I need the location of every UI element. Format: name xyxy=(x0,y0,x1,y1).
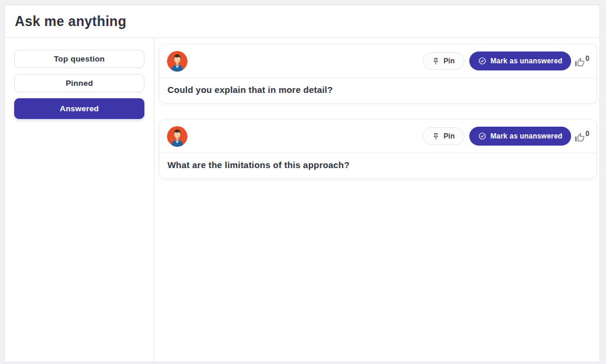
user-avatar xyxy=(167,126,188,147)
filter-sidebar: Top question Pinned Answered xyxy=(5,38,154,362)
pushpin-icon xyxy=(432,57,440,65)
mark-as-unanswered-button[interactable]: Mark as unanswered xyxy=(469,127,572,146)
thumbs-up-icon xyxy=(575,55,585,67)
like-count: 0 xyxy=(585,130,589,138)
app-window: Ask me anything Top question Pinned Answ… xyxy=(4,5,600,362)
pin-button[interactable]: Pin xyxy=(423,127,464,145)
question-card: Pin Mark as unanswered 0 xyxy=(159,44,597,104)
like-count: 0 xyxy=(585,54,589,63)
pin-button-label: Pin xyxy=(443,132,454,140)
page-title: Ask me anything xyxy=(15,14,127,30)
question-text: What are the limitations of this approac… xyxy=(160,153,597,178)
like-button[interactable]: 0 xyxy=(575,130,589,143)
check-circle-icon xyxy=(478,132,486,140)
mark-as-unanswered-button[interactable]: Mark as unanswered xyxy=(469,51,572,70)
mark-button-label: Mark as unanswered xyxy=(491,57,563,65)
like-button[interactable]: 0 xyxy=(575,55,589,67)
mark-button-label: Mark as unanswered xyxy=(491,132,563,140)
sidebar-item-pinned[interactable]: Pinned xyxy=(14,74,144,92)
question-card-header: Pin Mark as unanswered 0 xyxy=(160,120,597,153)
pushpin-icon xyxy=(432,133,440,140)
question-text: Could you explain that in more detail? xyxy=(160,78,597,103)
pin-button[interactable]: Pin xyxy=(423,52,464,70)
content-area: Top question Pinned Answered xyxy=(5,38,599,362)
page-header: Ask me anything xyxy=(5,5,599,38)
question-card: Pin Mark as unanswered 0 xyxy=(159,119,597,179)
sidebar-item-top-question[interactable]: Top question xyxy=(14,50,144,68)
check-circle-icon xyxy=(478,57,486,65)
sidebar-item-answered[interactable]: Answered xyxy=(14,98,144,119)
question-list: Pin Mark as unanswered 0 xyxy=(154,38,599,362)
user-avatar xyxy=(167,51,188,72)
thumbs-up-icon xyxy=(575,130,585,143)
pin-button-label: Pin xyxy=(443,57,454,65)
question-card-header: Pin Mark as unanswered 0 xyxy=(160,44,597,78)
